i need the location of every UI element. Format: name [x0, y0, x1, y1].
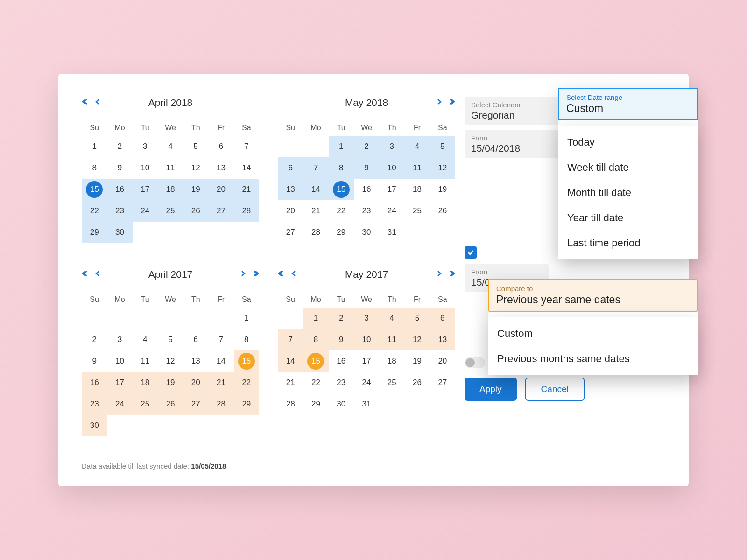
calendar-day[interactable]: 6: [208, 136, 233, 157]
calendar-day[interactable]: 31: [379, 222, 404, 243]
calendar-day[interactable]: 26: [430, 200, 455, 222]
calendar-day[interactable]: 10: [133, 157, 158, 179]
calendar-day[interactable]: 17: [379, 179, 404, 200]
calendar-day[interactable]: 19: [404, 350, 430, 372]
calendar-day[interactable]: 29: [303, 393, 328, 415]
calendar-day[interactable]: 2: [354, 136, 379, 157]
dropdown-option[interactable]: Year till date: [558, 205, 698, 231]
calendar-day[interactable]: 5: [158, 329, 183, 350]
calendar-day[interactable]: 13: [430, 329, 455, 350]
dropdown-option[interactable]: Custom: [488, 321, 698, 346]
calendar-day[interactable]: 14: [208, 350, 233, 372]
next-year-icon[interactable]: [448, 270, 455, 279]
calendar-day[interactable]: 10: [379, 157, 404, 179]
calendar-day[interactable]: 31: [354, 393, 379, 415]
calendar-day[interactable]: 8: [303, 329, 328, 350]
calendar-day[interactable]: 21: [303, 200, 328, 222]
calendar-day[interactable]: 10: [107, 350, 132, 372]
calendar-day[interactable]: 30: [82, 415, 107, 436]
calendar-day[interactable]: 30: [354, 222, 379, 243]
calendar-day[interactable]: 3: [107, 329, 132, 350]
prev-month-icon[interactable]: [94, 98, 101, 107]
calendar-day[interactable]: 26: [183, 200, 208, 222]
calendar-day[interactable]: 2: [82, 329, 107, 350]
calendar-day[interactable]: 11: [133, 350, 158, 372]
calendar-day[interactable]: 25: [379, 372, 404, 393]
calendar-day[interactable]: 12: [430, 157, 455, 179]
calendar-day[interactable]: 22: [234, 372, 259, 393]
calendar-day[interactable]: 5: [430, 136, 455, 157]
calendar-day[interactable]: 18: [158, 179, 183, 200]
calendar-day[interactable]: 21: [234, 179, 259, 200]
calendar-day[interactable]: 27: [278, 222, 303, 243]
calendar-day[interactable]: 17: [107, 372, 132, 393]
calendar-day[interactable]: 4: [133, 329, 158, 350]
calendar-day[interactable]: 10: [354, 329, 379, 350]
calendar-day[interactable]: 11: [158, 157, 183, 179]
calendar-day[interactable]: 11: [379, 329, 404, 350]
calendar-day[interactable]: 18: [404, 179, 430, 200]
calendar-day[interactable]: 3: [133, 136, 158, 157]
calendar-day[interactable]: 8: [82, 157, 107, 179]
calendar-day[interactable]: 2: [329, 308, 354, 329]
calendar-day[interactable]: 9: [107, 157, 132, 179]
calendar-day[interactable]: 30: [107, 222, 132, 243]
calendar-day[interactable]: 17: [133, 179, 158, 200]
calendar-day[interactable]: 28: [234, 200, 259, 222]
cso-toggle[interactable]: [465, 357, 485, 368]
calendar-day[interactable]: 25: [404, 200, 430, 222]
calendar-day[interactable]: 16: [329, 350, 354, 372]
cancel-button[interactable]: Cancel: [525, 378, 585, 401]
dropdown-option[interactable]: Month till date: [558, 180, 698, 205]
calendar-day[interactable]: 19: [430, 179, 455, 200]
calendar-day[interactable]: 14: [303, 179, 328, 200]
calendar-day[interactable]: 20: [183, 372, 208, 393]
calendar-day[interactable]: 9: [354, 157, 379, 179]
next-month-icon[interactable]: [240, 270, 247, 279]
calendar-day[interactable]: 25: [158, 200, 183, 222]
prev-month-icon[interactable]: [290, 270, 297, 279]
calendar-day[interactable]: 8: [329, 157, 354, 179]
calendar-day[interactable]: 1: [329, 136, 354, 157]
calendar-day[interactable]: 24: [133, 200, 158, 222]
calendar-day[interactable]: 14: [234, 157, 259, 179]
calendar-day[interactable]: 23: [107, 200, 132, 222]
calendar-day[interactable]: 23: [354, 200, 379, 222]
dropdown-option[interactable]: Last time period: [558, 231, 698, 256]
calendar-day[interactable]: 27: [183, 393, 208, 415]
calendar-day[interactable]: 24: [354, 372, 379, 393]
calendar-day[interactable]: 26: [404, 372, 430, 393]
calendar-day[interactable]: 15: [329, 179, 354, 200]
calendar-day[interactable]: 7: [208, 329, 233, 350]
calendar-day[interactable]: 13: [208, 157, 233, 179]
calendar-day[interactable]: 24: [379, 200, 404, 222]
dropdown-option[interactable]: Week till date: [558, 155, 698, 180]
date-range-selected[interactable]: Select Date range Custom: [558, 88, 698, 120]
calendar-day[interactable]: 1: [303, 308, 328, 329]
calendar-day[interactable]: 14: [278, 350, 303, 372]
calendar-day[interactable]: 3: [354, 308, 379, 329]
calendar-day[interactable]: 13: [278, 179, 303, 200]
calendar-day[interactable]: 29: [82, 222, 107, 243]
calendar-day[interactable]: 29: [234, 393, 259, 415]
prev-year-icon[interactable]: [278, 270, 285, 279]
calendar-day[interactable]: 5: [183, 136, 208, 157]
calendar-day[interactable]: 22: [82, 200, 107, 222]
calendar-day[interactable]: 25: [133, 393, 158, 415]
calendar-day[interactable]: 28: [303, 222, 328, 243]
calendar-day[interactable]: 20: [208, 179, 233, 200]
calendar-day[interactable]: 15: [303, 350, 328, 372]
calendar-day[interactable]: 19: [158, 372, 183, 393]
calendar-day[interactable]: 1: [82, 136, 107, 157]
calendar-day[interactable]: 7: [234, 136, 259, 157]
compare-selected[interactable]: Compare to Previous year same dates: [488, 279, 698, 312]
calendar-day[interactable]: 20: [430, 350, 455, 372]
prev-year-icon[interactable]: [82, 270, 89, 279]
apply-button[interactable]: Apply: [465, 378, 517, 401]
next-month-icon[interactable]: [436, 270, 443, 279]
compare-checkbox[interactable]: [465, 246, 477, 259]
calendar-day[interactable]: 6: [278, 157, 303, 179]
calendar-day[interactable]: 26: [158, 393, 183, 415]
calendar-day[interactable]: 13: [183, 350, 208, 372]
calendar-day[interactable]: 6: [430, 308, 455, 329]
